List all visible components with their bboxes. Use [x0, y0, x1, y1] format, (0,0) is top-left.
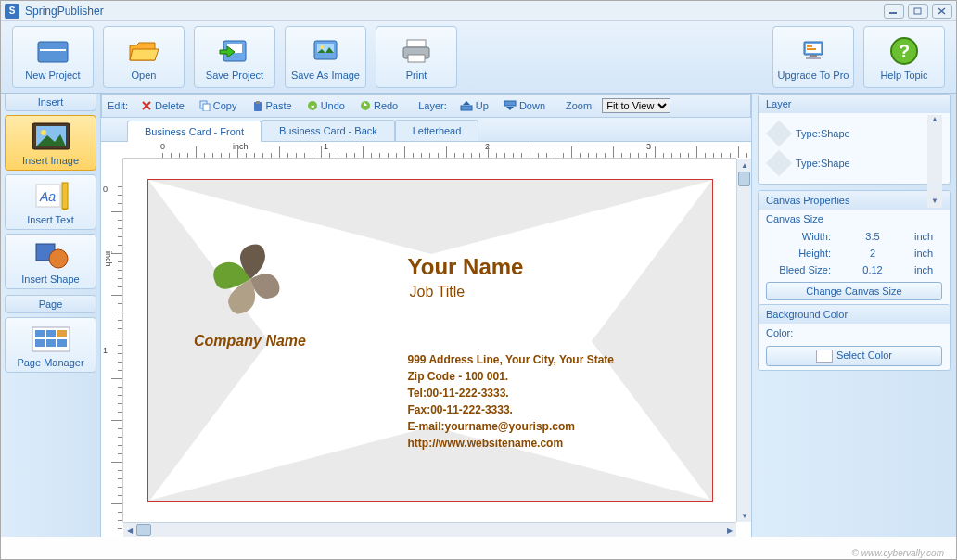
tab-front[interactable]: Business Card - Front	[127, 121, 262, 142]
svg-rect-35	[35, 339, 45, 347]
svg-rect-36	[46, 339, 56, 347]
change-canvas-size-button[interactable]: Change Canvas Size	[766, 282, 942, 300]
svg-rect-4	[38, 42, 68, 62]
zoom-select[interactable]: Fit to View	[602, 98, 670, 113]
select-color-button[interactable]: Select Color	[766, 346, 942, 366]
help-label: Help Topic	[880, 70, 927, 81]
insert-text-button[interactable]: Aa Insert Text	[5, 174, 96, 230]
color-label: Color:	[759, 324, 950, 342]
svg-rect-33	[46, 330, 56, 337]
page-manager-button[interactable]: Page Manager	[5, 317, 96, 373]
save-image-label: Save As Image	[291, 70, 360, 81]
canvas[interactable]: Company Name Your Name Job Title 999 Add…	[123, 159, 736, 522]
paste-icon	[252, 100, 263, 111]
print-label: Print	[406, 70, 427, 81]
shape-icon	[766, 121, 792, 146]
layer-down-button[interactable]: Down	[498, 98, 551, 113]
help-button[interactable]: ? Help Topic	[863, 26, 945, 88]
svg-point-10	[320, 45, 324, 49]
horizontal-scrollbar[interactable]: ◀▶	[123, 522, 736, 537]
left-panel: Insert Insert Image Aa Insert Text Inser…	[1, 94, 101, 537]
new-project-button[interactable]: New Project	[12, 26, 94, 88]
layer-panel-title: Layer	[759, 95, 950, 113]
new-project-icon	[34, 34, 71, 68]
save-image-icon	[307, 34, 344, 68]
your-name[interactable]: Your Name	[408, 254, 524, 280]
insert-image-button[interactable]: Insert Image	[5, 115, 96, 171]
page-manager-label: Page Manager	[17, 357, 83, 368]
svg-rect-18	[810, 55, 817, 57]
layer-item[interactable]: Type:Shape	[766, 148, 942, 178]
app-title: SpringPublisher	[25, 5, 104, 18]
print-icon	[398, 34, 435, 68]
height-row: Height: 2 inch	[759, 245, 950, 261]
svg-rect-37	[57, 339, 67, 347]
edit-toolbar: Edit: Delete Copy Paste Undo Redo Layer:…	[101, 94, 751, 118]
ribbon: New Project Open Save Project Save As Im…	[1, 21, 956, 94]
paste-button[interactable]: Paste	[247, 98, 298, 113]
tab-letterhead[interactable]: Letterhead	[395, 120, 479, 141]
down-icon	[504, 100, 517, 111]
insert-group-title: Insert	[5, 94, 96, 111]
layer-up-button[interactable]: Up	[454, 98, 494, 113]
svg-point-24	[41, 130, 46, 135]
layer-item[interactable]: Type:Shape	[766, 119, 942, 148]
layer-list: Type:Shape Type:Shape	[759, 113, 950, 184]
job-title[interactable]: Job Title	[410, 284, 466, 300]
open-icon	[125, 34, 162, 68]
color-swatch	[816, 350, 833, 363]
app-icon: S	[5, 4, 19, 19]
up-icon	[460, 100, 473, 111]
svg-rect-13	[408, 55, 425, 62]
svg-rect-0	[889, 12, 897, 14]
svg-rect-19	[806, 57, 821, 59]
insert-shape-icon	[29, 238, 73, 272]
delete-button[interactable]: Delete	[135, 98, 190, 113]
business-card[interactable]: Company Name Your Name Job Title 999 Add…	[147, 179, 713, 502]
svg-rect-27	[62, 183, 68, 209]
new-project-label: New Project	[25, 70, 80, 81]
svg-marker-28	[62, 209, 68, 210]
svg-rect-41	[203, 104, 210, 111]
tab-back[interactable]: Business Card - Back	[262, 120, 395, 141]
print-button[interactable]: Print	[376, 26, 457, 88]
svg-point-30	[49, 249, 68, 268]
svg-rect-16	[807, 45, 812, 47]
save-project-button[interactable]: Save Project	[194, 26, 275, 88]
svg-rect-46	[461, 106, 472, 110]
insert-text-icon: Aa	[29, 179, 73, 212]
save-as-image-button[interactable]: Save As Image	[285, 26, 366, 88]
vertical-ruler: 0 inch 1	[101, 159, 123, 522]
redo-button[interactable]: Redo	[354, 98, 403, 113]
save-icon	[216, 34, 253, 68]
insert-shape-button[interactable]: Insert Shape	[5, 234, 96, 289]
bg-color-title: Background Color	[759, 304, 950, 324]
svg-rect-17	[807, 48, 816, 50]
canvas-size-title: Canvas Size	[759, 210, 950, 228]
upgrade-button[interactable]: Upgrade To Pro	[772, 26, 854, 88]
close-button[interactable]	[932, 4, 952, 19]
maximize-button[interactable]	[908, 4, 928, 19]
logo[interactable]	[195, 228, 306, 330]
company-name[interactable]: Company Name	[176, 333, 325, 350]
center-area: Edit: Delete Copy Paste Undo Redo Layer:…	[101, 94, 752, 537]
address-block[interactable]: 999 Address Line, Your City, Your State …	[408, 351, 615, 452]
minimize-button[interactable]	[884, 4, 904, 19]
layer-scrollbar[interactable]: ▲▼	[927, 115, 942, 208]
shape-icon	[766, 150, 792, 176]
upgrade-label: Upgrade To Pro	[778, 70, 849, 81]
svg-rect-5	[40, 49, 66, 51]
svg-marker-47	[463, 101, 470, 105]
insert-image-icon	[29, 120, 73, 153]
undo-icon	[307, 100, 318, 111]
svg-rect-34	[57, 330, 67, 337]
copy-button[interactable]: Copy	[194, 98, 243, 113]
vertical-scrollbar[interactable]: ▲▼	[736, 159, 751, 522]
canvas-props-title: Canvas Properties	[759, 191, 950, 210]
save-label: Save Project	[206, 70, 263, 81]
bleed-row: Bleed Size: 0.12 inch	[759, 261, 950, 278]
undo-button[interactable]: Undo	[301, 98, 351, 113]
page-manager-icon	[29, 322, 73, 355]
open-button[interactable]: Open	[103, 26, 185, 88]
insert-shape-label: Insert Shape	[21, 274, 79, 285]
